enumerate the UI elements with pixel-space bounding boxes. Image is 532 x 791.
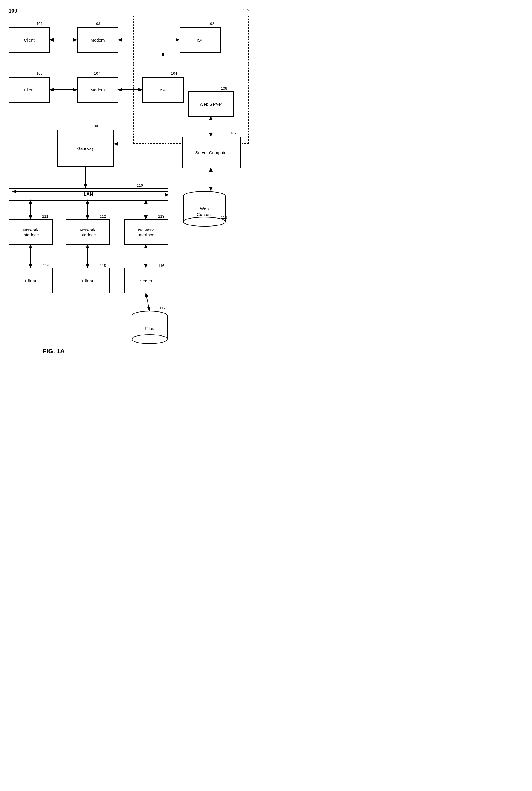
label-111: 111 — [42, 214, 49, 218]
label-117: 117 — [159, 306, 166, 310]
fig-label: FIG. 1A — [43, 348, 65, 355]
ni-113: Network Interface — [124, 219, 168, 245]
label-103: 103 — [94, 21, 100, 26]
server-116: Server — [124, 268, 168, 293]
web-content-118: Web Content — [183, 191, 227, 228]
ni-111: Network Interface — [8, 219, 53, 245]
diagram-number: 100 — [8, 8, 17, 14]
label-102: 102 — [208, 21, 214, 26]
gateway-108: Gateway — [57, 130, 114, 167]
label-114: 114 — [43, 264, 49, 268]
svg-point-4 — [132, 334, 167, 344]
client-105: Client — [8, 77, 50, 102]
label-107: 107 — [94, 71, 100, 76]
lan-110: LAN — [8, 188, 168, 200]
server-computer-109: Server Computer — [183, 137, 241, 168]
isp-box-number: 119 — [243, 8, 249, 12]
label-109: 109 — [230, 131, 236, 135]
client-101: Client — [8, 27, 50, 53]
label-116: 116 — [158, 264, 165, 268]
label-101: 101 — [37, 21, 43, 26]
label-106: 106 — [221, 86, 227, 91]
label-108: 108 — [92, 124, 98, 128]
web-server-106: Web Server — [188, 91, 234, 117]
svg-text:Files: Files — [145, 326, 154, 331]
isp-104: ISP — [142, 77, 184, 102]
ni-112: Network Interface — [65, 219, 110, 245]
label-112: 112 — [100, 214, 106, 218]
label-104: 104 — [171, 71, 177, 76]
client-115: Client — [65, 268, 110, 293]
svg-line-30 — [146, 293, 150, 311]
modem-103: Modem — [77, 27, 118, 53]
svg-point-10 — [183, 217, 225, 226]
modem-107: Modem — [77, 77, 118, 102]
isp-102: ISP — [179, 27, 221, 53]
label-105: 105 — [37, 71, 43, 76]
label-110: 110 — [137, 183, 143, 188]
label-113: 113 — [158, 214, 165, 218]
files-117: Files — [131, 311, 168, 345]
label-118: 118 — [221, 215, 227, 219]
diagram: 100 119 Client 101 Modem 103 ISP 102 Cli… — [0, 0, 254, 379]
svg-text:Web: Web — [200, 206, 209, 211]
svg-text:Content: Content — [197, 212, 212, 217]
client-114: Client — [8, 268, 53, 293]
label-115: 115 — [100, 264, 106, 268]
